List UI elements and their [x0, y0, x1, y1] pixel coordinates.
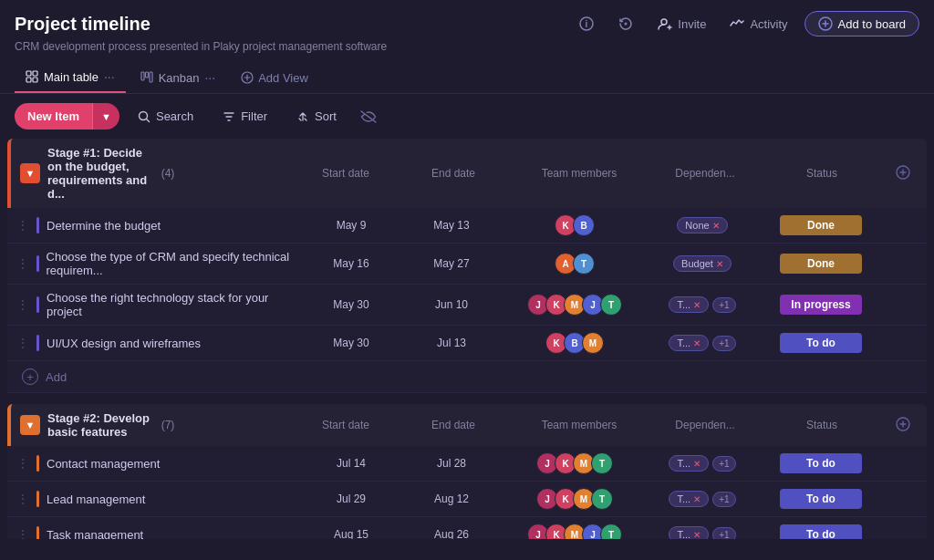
sort-button[interactable]: Sort	[285, 104, 348, 129]
tab-main-table[interactable]: Main table ···	[15, 62, 126, 93]
stage-2-toggle[interactable]: ▼	[20, 415, 40, 435]
info-button[interactable]: i	[572, 13, 601, 35]
stage-2-col-dep: Dependen...	[655, 419, 755, 431]
drag-handle[interactable]: ⋮	[16, 256, 29, 271]
task-name: Determine the budget	[47, 219, 161, 233]
status-badge[interactable]: To do	[780, 333, 862, 353]
plus-circle-icon	[818, 16, 833, 31]
start-date: Aug 15	[301, 528, 401, 539]
dep-tag[interactable]: T... ✕	[669, 335, 709, 351]
start-date: Jul 14	[301, 457, 401, 470]
dep-tag[interactable]: Budget ✕	[673, 255, 732, 272]
drag-handle[interactable]: ⋮	[16, 336, 29, 350]
add-to-board-button[interactable]: Add to board	[804, 11, 919, 36]
drag-handle[interactable]: ⋮	[16, 527, 29, 539]
start-date: May 30	[301, 298, 401, 311]
info-icon: i	[579, 16, 594, 31]
status-badge[interactable]: To do	[780, 489, 862, 509]
add-task-icon: +	[22, 368, 38, 385]
status-badge[interactable]: Done	[780, 254, 862, 274]
invite-button[interactable]: Invite	[650, 13, 713, 35]
status-cell: To do	[757, 524, 885, 539]
tab-kanban[interactable]: Kanban ···	[130, 63, 227, 92]
table-row: ⋮ Contact management Jul 14 Jul 28 J K M…	[7, 446, 927, 482]
stage-1-add-col-button[interactable]	[888, 161, 918, 186]
tabs-bar: Main table ··· Kanban ··· Add View	[0, 62, 934, 94]
members-cell: J K M T	[502, 452, 648, 474]
tab-add-view[interactable]: Add View	[230, 64, 319, 92]
page-title: Project timeline	[15, 14, 561, 35]
dep-tag[interactable]: T... ✕	[669, 296, 709, 313]
new-item-button[interactable]: New Item	[15, 103, 92, 130]
tab-main-table-menu[interactable]: ···	[104, 69, 115, 84]
status-cell: Done	[757, 254, 885, 274]
dep-cell: Budget ✕	[648, 255, 757, 272]
task-name-cell: ⋮ Task management	[16, 526, 301, 539]
stage-1-toggle[interactable]: ▼	[20, 163, 40, 183]
dep-plus[interactable]: +1	[712, 297, 735, 313]
dep-remove[interactable]: ✕	[693, 459, 700, 469]
dep-plus[interactable]: +1	[712, 492, 735, 507]
status-cell: In progress	[757, 295, 885, 315]
dep-cell: None ✕	[648, 217, 757, 233]
avatar: T	[573, 253, 595, 275]
dep-remove[interactable]: ✕	[693, 338, 700, 348]
plus-circle-small-icon	[896, 417, 910, 431]
stage-2-col-start: Start date	[296, 419, 396, 431]
drag-handle[interactable]: ⋮	[16, 492, 29, 506]
hide-button[interactable]	[355, 105, 382, 129]
activity-button[interactable]: Activity	[722, 13, 794, 35]
status-cell: To do	[757, 489, 885, 509]
filter-button[interactable]: Filter	[212, 104, 278, 129]
refresh-button[interactable]	[610, 12, 641, 36]
dep-plus[interactable]: +1	[712, 456, 735, 472]
sort-label: Sort	[315, 109, 337, 123]
stage-2-add-col-button[interactable]	[888, 413, 918, 438]
end-date: Aug 12	[401, 493, 502, 505]
dep-remove[interactable]: ✕	[712, 221, 720, 231]
stage-2-header: ▼ Stage #2: Develop basic features (7) S…	[7, 404, 927, 446]
tab-kanban-menu[interactable]: ···	[204, 70, 215, 85]
members-cell: K B	[502, 214, 648, 236]
dep-plus[interactable]: +1	[712, 527, 735, 540]
end-date: Jul 28	[401, 457, 502, 470]
activity-label: Activity	[750, 17, 787, 31]
task-name: Choose the type of CRM and specify techn…	[47, 250, 301, 277]
dep-remove[interactable]: ✕	[693, 494, 700, 504]
add-task-row-1[interactable]: + Add	[7, 361, 927, 393]
dep-tag[interactable]: T... ✕	[669, 455, 709, 472]
dep-tag[interactable]: None ✕	[677, 217, 727, 233]
new-item-dropdown[interactable]: ▼	[92, 103, 119, 130]
status-badge[interactable]: In progress	[780, 295, 862, 315]
dep-cell: T... ✕ +1	[648, 526, 757, 539]
status-badge[interactable]: To do	[780, 524, 862, 539]
drag-handle[interactable]: ⋮	[16, 297, 29, 312]
svg-rect-8	[33, 78, 37, 82]
members-cell: J K M J T	[502, 524, 648, 539]
drag-handle[interactable]: ⋮	[16, 456, 29, 471]
stage-1-col-status: Status	[763, 167, 881, 180]
stage-1-section: ▼ Stage #1: Decide on the budget, requir…	[7, 139, 927, 393]
start-date: Jul 29	[301, 493, 401, 505]
dep-tag[interactable]: T... ✕	[669, 491, 709, 507]
dep-cell: T... ✕ +1	[648, 335, 757, 351]
dep-tag[interactable]: T... ✕	[669, 526, 709, 539]
drag-handle[interactable]: ⋮	[16, 218, 29, 233]
dep-remove[interactable]: ✕	[693, 300, 700, 310]
task-name-cell: ⋮ Contact management	[16, 455, 301, 472]
avatar: T	[600, 294, 622, 316]
task-name: UI/UX design and wireframes	[47, 337, 201, 350]
refresh-icon	[617, 16, 634, 32]
user-plus-icon	[658, 16, 672, 31]
end-date: Aug 26	[401, 528, 502, 539]
dep-remove[interactable]: ✕	[693, 530, 700, 540]
task-name-cell: ⋮ Choose the type of CRM and specify tec…	[16, 250, 301, 277]
dep-remove[interactable]: ✕	[716, 259, 723, 269]
status-badge[interactable]: To do	[780, 453, 862, 473]
dep-plus[interactable]: +1	[712, 336, 735, 351]
search-button[interactable]: Search	[127, 104, 204, 129]
status-badge[interactable]: Done	[780, 215, 862, 235]
search-icon	[138, 110, 150, 123]
avatar: T	[600, 524, 622, 539]
header-actions: i Invite Activity	[572, 11, 919, 36]
